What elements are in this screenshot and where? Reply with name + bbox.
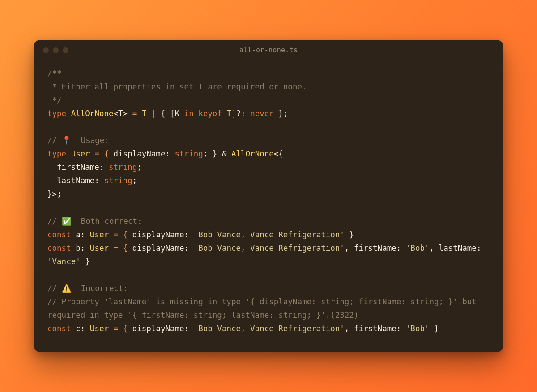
op: = [128,109,142,118]
punct: <{ [274,149,283,158]
blank-line [47,201,490,215]
keyword: keyof [194,109,227,118]
op: = { [109,244,132,253]
keyword: string [104,176,132,185]
punct: , [345,324,354,333]
string: 'Bob Vance, Vance Refrigeration' [194,244,345,253]
punct: }>; [47,190,62,198]
code-line: // ✅ Both correct: [47,215,490,228]
punct: } [345,230,354,239]
op: = { [109,324,132,333]
code-line: const c: User = { displayName: 'Bob Vanc… [47,322,490,335]
keyword: type [47,149,66,158]
code-line: * Either all properties in set T are req… [47,80,490,93]
comment-text: Both correct: [72,217,142,226]
punct: : [184,244,194,253]
code-line: const b: User = { displayName: 'Bob Vanc… [47,241,490,268]
blank-line [47,120,490,134]
op: = { [90,149,114,158]
punct: : [184,324,194,333]
punct: , [345,244,354,253]
keyword: const [47,324,71,333]
indent [47,163,57,172]
type-ref: User [90,324,109,333]
comment: * Either all properties in set T are req… [47,82,307,91]
minimize-icon[interactable] [53,47,59,53]
code-line: // Property 'lastName' is missing in typ… [47,295,490,322]
keyword: const [47,244,71,253]
type-ref: T [226,109,231,118]
keyword: const [47,230,71,239]
code-line: */ [47,93,490,107]
property: firstName [354,244,396,253]
op: = { [109,230,132,239]
code-line: type User = { displayName: string; } & A… [47,147,490,160]
string: 'Bob Vance, Vance Refrigeration' [194,230,345,239]
type-name: AllOrNone [71,109,114,118]
string: 'Bob Vance, Vance Refrigeration' [194,324,345,333]
type-name: User [71,149,90,158]
type-ref: User [90,230,109,239]
code-line: // ⚠️ Incorrect: [47,282,490,295]
code-line: const a: User = { displayName: 'Bob Vanc… [47,228,490,241]
punct: { [K [161,109,184,118]
punct: : [396,244,406,253]
type-ref: User [90,244,109,253]
window-controls [43,47,68,53]
punct: : [94,176,104,185]
comment-text: Usage: [72,136,109,145]
warning-icon: ⚠️ [62,284,72,293]
op: | [146,109,161,118]
check-icon: ✅ [62,217,72,226]
indent [47,176,57,185]
pin-icon: 📍 [62,136,72,145]
property: displayName [132,230,184,239]
identifier: a [76,230,81,239]
code-window: all-or-none.ts /** * Either all properti… [34,40,503,353]
code-line: // 📍 Usage: [47,134,490,147]
comment: // 📍 Usage: [47,136,109,145]
punct: : [396,324,406,333]
punct: ; [137,163,142,172]
punct: : [81,244,90,253]
property: displayName [114,149,166,158]
string: 'Vance' [47,257,81,266]
titlebar: all-or-none.ts [34,40,503,60]
property: lastName [57,176,94,185]
punct: : [81,324,90,333]
code-line: lastName: string; [47,174,490,187]
blank-line [47,268,490,282]
punct: : [165,149,175,158]
comment: /** [47,69,62,78]
file-title: all-or-none.ts [34,46,503,54]
comment-prefix: // [47,217,62,226]
code-line: }>; [47,187,490,201]
punct: ; } & [203,149,231,158]
string: 'Bob' [406,324,430,333]
comment-prefix: // [47,284,62,293]
type-ref: T [142,109,147,118]
property: firstName [57,163,99,172]
punct: : [184,230,194,239]
property: lastName [439,244,477,253]
keyword: type [47,109,66,118]
keyword: string [175,149,203,158]
code-line: firstName: string; [47,160,490,174]
code-line: type AllOrNone<T> = T | { [K in keyof T]… [47,107,490,120]
maximize-icon[interactable] [63,47,68,53]
punct: : [99,163,109,172]
punct: , [430,244,439,253]
comment: */ [47,96,62,105]
close-icon[interactable] [43,47,49,53]
keyword: never [250,109,274,118]
identifier: c [76,324,81,333]
keyword: in [184,109,194,118]
punct: }; [274,109,288,118]
property: firstName [354,324,396,333]
punct: ]?: [231,109,250,118]
punct: ; [132,176,137,185]
property: displayName [132,244,184,253]
comment: // ⚠️ Incorrect: [47,284,128,293]
comment: // Property 'lastName' is missing in typ… [47,297,481,320]
comment-text: Incorrect: [72,284,128,293]
